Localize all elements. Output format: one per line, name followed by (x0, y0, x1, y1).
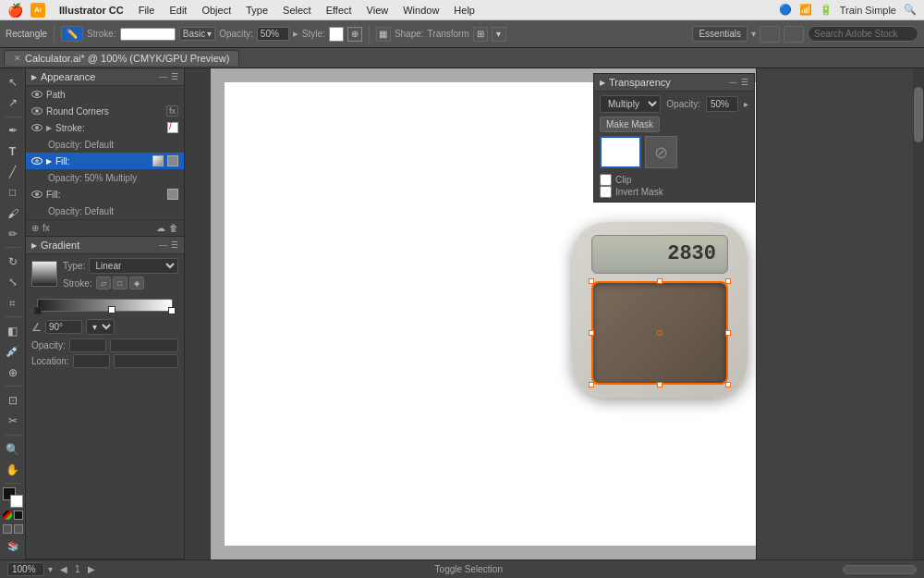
selection-handle-r[interactable] (725, 330, 731, 336)
eyedropper-tool[interactable]: 💉 (3, 342, 23, 362)
stroke-expand-icon[interactable]: ▶ (46, 124, 52, 132)
search-input[interactable] (808, 26, 918, 42)
rotate-tool[interactable]: ↻ (3, 252, 23, 271)
gradient-panel-header[interactable]: ▶ Gradient — ☰ (26, 237, 184, 254)
opacity-arrow[interactable]: ▸ (293, 28, 298, 40)
appearance-path-row[interactable]: Path (26, 86, 184, 103)
zoom-dropdown[interactable]: ▾ (48, 564, 53, 574)
menu-effect[interactable]: Effect (320, 3, 359, 18)
hand-tool[interactable]: ✋ (3, 460, 23, 479)
menu-select[interactable]: Select (276, 3, 318, 18)
fill-gradient-swatch[interactable] (152, 155, 164, 166)
transparency-collapse-icon[interactable]: ▶ (600, 79, 605, 87)
appearance-icon-2[interactable]: fx (43, 223, 50, 233)
gradient-angle-select[interactable]: ▾ (86, 319, 115, 335)
line-tool[interactable]: ╱ (3, 162, 23, 181)
gradient-menu-btn[interactable]: ☰ (171, 240, 178, 250)
selection-handle-tr[interactable] (725, 278, 731, 284)
fill-expand-icon[interactable]: ▶ (46, 157, 52, 166)
selection-handle-tl[interactable] (589, 278, 594, 284)
selection-handle-t[interactable] (657, 278, 663, 284)
selection-handle-l[interactable] (589, 330, 594, 336)
gradient-angle-input[interactable] (45, 320, 82, 334)
artboard-next-btn[interactable]: ▶ (88, 564, 95, 574)
essentials-btn[interactable]: Essentials (692, 26, 748, 42)
appearance-fill2-row[interactable]: Fill: (26, 186, 184, 203)
path-eye-icon[interactable] (31, 91, 43, 98)
menu-window[interactable]: Window (396, 3, 445, 18)
invert-mask-checkbox[interactable] (600, 186, 612, 198)
appearance-round-corners-row[interactable]: Round Corners fx (26, 103, 184, 119)
gradient-stop-left[interactable] (34, 307, 42, 314)
pen-tool[interactable]: ✒ (3, 121, 23, 141)
menu-view[interactable]: View (360, 3, 395, 18)
panels-icon[interactable] (784, 26, 804, 43)
draw-behind-btn[interactable] (14, 524, 23, 534)
menu-edit[interactable]: Edit (163, 3, 193, 18)
shape-tool[interactable]: □ (3, 183, 23, 203)
draw-normal-btn[interactable] (3, 524, 12, 534)
artboard-prev-btn[interactable]: ◀ (60, 564, 67, 574)
selection-handle-br[interactable] (725, 382, 731, 387)
library-icon[interactable]: 📚 (3, 536, 23, 556)
essentials-arrow[interactable]: ▾ (751, 29, 756, 39)
transparency-menu-btn[interactable]: ☰ (741, 78, 748, 87)
pencil-tool[interactable]: ✏ (3, 224, 23, 243)
appearance-icon-3[interactable]: ☁ (156, 223, 165, 233)
gradient-location-input[interactable] (73, 354, 110, 368)
selection-tool[interactable]: ↖ (3, 72, 23, 92)
menu-illustrator[interactable]: Illustrator CC (53, 3, 130, 18)
fill-eye-icon[interactable] (31, 157, 43, 165)
round-corners-fx-btn[interactable]: fx (166, 105, 178, 117)
grad-type-2[interactable]: □ (113, 277, 128, 289)
opacity-input[interactable] (257, 27, 289, 41)
slice-tool[interactable]: ✂ (3, 412, 23, 431)
blend-mode-select[interactable]: Multiply Normal Screen Overlay (600, 95, 661, 113)
more-btn[interactable]: ▾ (492, 27, 506, 42)
direct-select-tool[interactable]: ↗ (3, 92, 23, 112)
appearance-close-btn[interactable]: — (159, 72, 167, 81)
mask-white-preview[interactable] (600, 136, 641, 168)
gradient-close-btn[interactable]: — (159, 240, 167, 250)
menu-type[interactable]: Type (239, 3, 274, 18)
selection-handle-b[interactable] (657, 382, 663, 387)
tab-close-btn[interactable]: ✕ (14, 54, 21, 63)
mask-cancel-preview[interactable]: ⊘ (645, 136, 677, 168)
menu-object[interactable]: Object (195, 3, 237, 18)
scale-tool[interactable]: ⤡ (3, 273, 23, 292)
appearance-icon-1[interactable]: ⊕ (31, 223, 39, 233)
selection-handle-bl[interactable] (589, 382, 594, 387)
artboard-tool[interactable]: ⊡ (3, 390, 23, 410)
gradient-stop-mid[interactable] (108, 306, 116, 314)
transform-btn[interactable]: ⊞ (473, 27, 488, 42)
stroke-color-swatch[interactable] (167, 122, 178, 133)
document-tab[interactable]: ✕ Calculator.ai* @ 100% (CMYK/GPU Previe… (4, 50, 239, 66)
clip-checkbox[interactable] (600, 174, 612, 186)
style-btn[interactable]: ⊕ (347, 27, 362, 42)
stroke-swatch-main[interactable] (10, 495, 23, 508)
menu-help[interactable]: Help (447, 3, 481, 18)
arrange-icon[interactable] (760, 26, 780, 43)
menu-file[interactable]: File (132, 3, 162, 18)
appearance-fill-row[interactable]: ▶ Fill: (26, 153, 184, 169)
round-corners-eye-icon[interactable] (31, 107, 43, 115)
gradient-type-select[interactable]: Linear Radial (89, 258, 178, 274)
stroke-eye-icon[interactable] (31, 124, 43, 131)
fill2-color-swatch[interactable] (167, 189, 178, 200)
none-mode-icon[interactable] (14, 510, 23, 520)
pen-tool-btn[interactable]: ✏️ (61, 26, 83, 42)
transparency-opacity-input[interactable] (706, 96, 738, 112)
gradient-tool[interactable]: ◧ (3, 321, 23, 340)
zoom-input[interactable] (7, 562, 44, 576)
align-icon[interactable]: ▦ (376, 27, 391, 42)
text-tool[interactable]: T (3, 141, 23, 161)
fill2-eye-icon[interactable] (31, 191, 43, 198)
transparency-opacity-arrow[interactable]: ▸ (744, 99, 748, 109)
grad-type-3[interactable]: ◈ (129, 277, 144, 289)
gradient-location-slider[interactable] (114, 354, 178, 368)
transparency-close-btn[interactable]: — (729, 78, 737, 87)
appearance-collapse-icon[interactable]: ▶ (31, 73, 37, 81)
appearance-stroke-row[interactable]: ▶ Stroke: (26, 119, 184, 136)
scrollbar-thumb[interactable] (914, 87, 923, 142)
stroke-basic-dropdown[interactable]: Basic ▾ (179, 27, 215, 41)
